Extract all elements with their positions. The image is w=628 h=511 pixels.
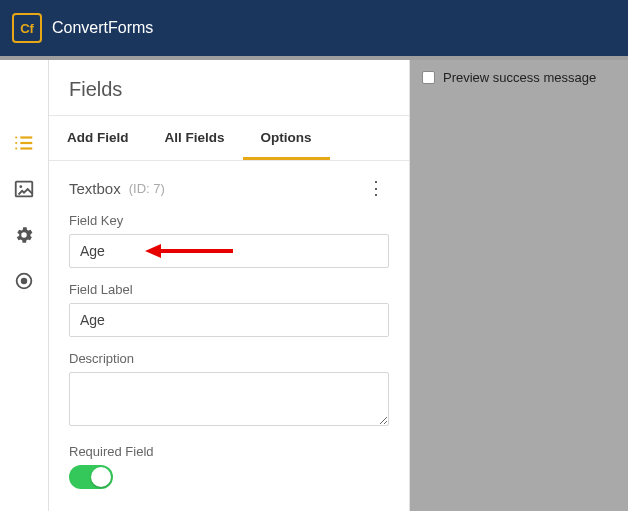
app-title: ConvertForms — [52, 19, 153, 37]
toggle-knob — [91, 467, 111, 487]
preview-checkbox-label: Preview success message — [443, 70, 596, 85]
target-icon[interactable] — [13, 270, 35, 292]
logo-text: Cf — [20, 21, 34, 36]
preview-pane: Preview success message — [410, 60, 628, 511]
field-key-input[interactable] — [69, 234, 389, 268]
description-wrap — [69, 372, 389, 430]
field-key-wrap — [69, 234, 389, 268]
preview-success-checkbox[interactable]: Preview success message — [422, 70, 616, 85]
svg-point-4 — [15, 142, 17, 144]
tabs: Add Field All Fields Options — [49, 116, 409, 161]
field-label-input[interactable] — [69, 303, 389, 337]
svg-point-9 — [22, 279, 27, 284]
description-label: Description — [69, 351, 389, 366]
app-logo: Cf — [12, 13, 42, 43]
kebab-menu-icon[interactable]: ⋮ — [363, 177, 389, 199]
field-id: (ID: 7) — [129, 181, 165, 196]
field-type: Textbox — [69, 180, 121, 197]
fields-icon[interactable] — [13, 132, 35, 154]
required-label: Required Field — [69, 444, 389, 459]
gear-icon[interactable] — [13, 224, 35, 246]
svg-point-7 — [19, 185, 22, 188]
section-header: Textbox (ID: 7) ⋮ — [69, 177, 389, 199]
field-key-label: Field Key — [69, 213, 389, 228]
field-options-section: Textbox (ID: 7) ⋮ Field Key Field Label … — [49, 161, 409, 505]
svg-point-5 — [15, 147, 17, 149]
field-label-label: Field Label — [69, 282, 389, 297]
panel-title: Fields — [49, 60, 409, 116]
image-icon[interactable] — [13, 178, 35, 200]
side-iconbar — [0, 60, 48, 511]
tab-all-fields[interactable]: All Fields — [147, 116, 243, 160]
field-label-wrap — [69, 303, 389, 337]
required-toggle[interactable] — [69, 465, 113, 489]
tab-add-field[interactable]: Add Field — [49, 116, 147, 160]
checkbox-icon — [422, 71, 435, 84]
topbar: Cf ConvertForms — [0, 0, 628, 56]
fields-panel: Fields Add Field All Fields Options Text… — [48, 60, 410, 511]
body: Fields Add Field All Fields Options Text… — [0, 60, 628, 511]
tab-options[interactable]: Options — [243, 116, 330, 160]
svg-point-3 — [15, 136, 17, 138]
description-textarea[interactable] — [69, 372, 389, 426]
